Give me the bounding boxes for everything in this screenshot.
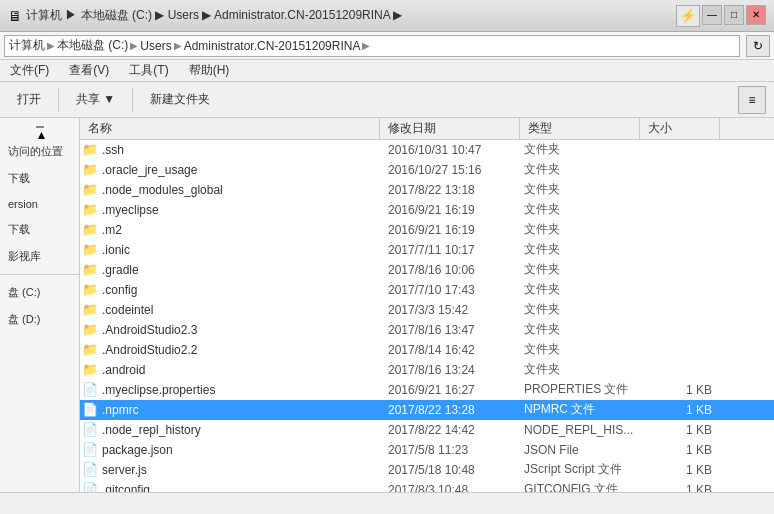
col-header-date[interactable]: 修改日期 bbox=[380, 118, 520, 139]
sidebar-item-download2[interactable]: 下载 bbox=[0, 216, 79, 243]
file-icon: 📁 bbox=[80, 240, 100, 260]
file-icon: 📄 bbox=[80, 380, 100, 400]
file-icon: 📄 bbox=[80, 440, 100, 460]
table-row[interactable]: 📄 .node_repl_history 2017/8/22 14:42 NOD… bbox=[80, 420, 774, 440]
col-header-name[interactable]: 名称 bbox=[80, 118, 380, 139]
file-type: 文件夹 bbox=[520, 141, 640, 158]
file-name: .AndroidStudio2.3 bbox=[100, 323, 380, 337]
file-date: 2016/9/21 16:27 bbox=[380, 383, 520, 397]
file-date: 2016/9/21 16:19 bbox=[380, 223, 520, 237]
path-pc: 计算机 bbox=[9, 37, 45, 54]
sidebar-item-media[interactable]: 影视库 bbox=[0, 243, 79, 270]
file-date: 2017/8/14 16:42 bbox=[380, 343, 520, 357]
table-row[interactable]: 📁 .ionic 2017/7/11 10:17 文件夹 bbox=[80, 240, 774, 260]
file-type: NODE_REPL_HIS... bbox=[520, 423, 640, 437]
file-name: .ionic bbox=[100, 243, 380, 257]
file-icon: 📄 bbox=[80, 460, 100, 480]
file-type: NPMRC 文件 bbox=[520, 401, 640, 418]
file-type: 文件夹 bbox=[520, 361, 640, 378]
file-type: 文件夹 bbox=[520, 201, 640, 218]
share-button[interactable]: 共享 ▼ bbox=[67, 86, 124, 114]
file-name: .gitconfig bbox=[100, 483, 380, 493]
minimize-button[interactable]: — bbox=[702, 5, 722, 25]
table-row[interactable]: 📁 .gradle 2017/8/16 10:06 文件夹 bbox=[80, 260, 774, 280]
table-row[interactable]: 📁 .AndroidStudio2.3 2017/8/16 13:47 文件夹 bbox=[80, 320, 774, 340]
file-icon: 📁 bbox=[80, 320, 100, 340]
new-folder-button[interactable]: 新建文件夹 bbox=[141, 86, 219, 114]
file-name: .myeclipse.properties bbox=[100, 383, 380, 397]
menu-file[interactable]: 文件(F) bbox=[4, 60, 55, 81]
file-icon: 📁 bbox=[80, 200, 100, 220]
scroll-up[interactable]: ▲ bbox=[36, 126, 44, 134]
table-row[interactable]: 📁 .android 2017/8/16 13:24 文件夹 bbox=[80, 360, 774, 380]
path-c: 本地磁盘 (C:) bbox=[57, 37, 128, 54]
file-date: 2016/10/27 15:16 bbox=[380, 163, 520, 177]
col-header-size[interactable]: 大小 bbox=[640, 118, 720, 139]
file-list: 📁 .ssh 2016/10/31 10:47 文件夹 📁 .oracle_jr… bbox=[80, 140, 774, 492]
sidebar-divider bbox=[0, 274, 79, 275]
maximize-button[interactable]: □ bbox=[724, 5, 744, 25]
sidebar: ▲ 访问的位置 下载 ersion 下载 影视库 盘 (C:) 盘 (D:) bbox=[0, 118, 80, 492]
file-type: 文件夹 bbox=[520, 261, 640, 278]
table-row[interactable]: 📁 .AndroidStudio2.2 2017/8/14 16:42 文件夹 bbox=[80, 340, 774, 360]
sidebar-item-download[interactable]: 下载 bbox=[0, 165, 79, 192]
file-date: 2017/8/16 10:06 bbox=[380, 263, 520, 277]
table-row[interactable]: 📁 .ssh 2016/10/31 10:47 文件夹 bbox=[80, 140, 774, 160]
open-button[interactable]: 打开 bbox=[8, 86, 50, 114]
file-type: 文件夹 bbox=[520, 221, 640, 238]
file-type: 文件夹 bbox=[520, 321, 640, 338]
table-row[interactable]: 📄 .myeclipse.properties 2016/9/21 16:27 … bbox=[80, 380, 774, 400]
file-type: 文件夹 bbox=[520, 341, 640, 358]
view-button[interactable]: ≡ bbox=[738, 86, 766, 114]
toolbar-sep-2 bbox=[132, 88, 133, 112]
address-path[interactable]: 计算机 ▶ 本地磁盘 (C:) ▶ Users ▶ Administrator.… bbox=[4, 35, 740, 57]
title-path: 计算机 ▶ 本地磁盘 (C:) ▶ Users ▶ Administrator.… bbox=[26, 7, 672, 24]
table-row[interactable]: 📄 .gitconfig 2017/8/3 10:48 GITCONFIG 文件… bbox=[80, 480, 774, 492]
table-row[interactable]: 📁 .codeintel 2017/3/3 15:42 文件夹 bbox=[80, 300, 774, 320]
table-row[interactable]: 📄 .npmrc 2017/8/22 13:28 NPMRC 文件 1 KB bbox=[80, 400, 774, 420]
table-row[interactable]: 📁 .oracle_jre_usage 2016/10/27 15:16 文件夹 bbox=[80, 160, 774, 180]
sidebar-item-version[interactable]: ersion bbox=[0, 192, 79, 216]
menu-view[interactable]: 查看(V) bbox=[63, 60, 115, 81]
file-list-area: 名称 修改日期 类型 大小 📁 .ssh 2016/10/31 10:47 文件… bbox=[80, 118, 774, 492]
path-arrow-4: ▶ bbox=[362, 40, 370, 51]
file-name: .android bbox=[100, 363, 380, 377]
sidebar-item-favorites[interactable]: 访问的位置 bbox=[0, 138, 79, 165]
table-row[interactable]: 📁 .m2 2016/9/21 16:19 文件夹 bbox=[80, 220, 774, 240]
refresh-button[interactable]: ⚡ bbox=[676, 5, 700, 27]
table-row[interactable]: 📁 .node_modules_global 2017/8/22 13:18 文… bbox=[80, 180, 774, 200]
col-header-type[interactable]: 类型 bbox=[520, 118, 640, 139]
file-icon: 📁 bbox=[80, 220, 100, 240]
file-icon: 📁 bbox=[80, 260, 100, 280]
table-row[interactable]: 📁 .config 2017/7/10 17:43 文件夹 bbox=[80, 280, 774, 300]
status-bar bbox=[0, 492, 774, 514]
file-date: 2017/8/16 13:47 bbox=[380, 323, 520, 337]
file-name: server.js bbox=[100, 463, 380, 477]
file-type: 文件夹 bbox=[520, 241, 640, 258]
title-icon: 🖥 bbox=[8, 8, 22, 24]
path-users: Users bbox=[140, 39, 171, 53]
sidebar-item-d-drive[interactable]: 盘 (D:) bbox=[0, 306, 79, 333]
file-icon: 📁 bbox=[80, 140, 100, 160]
file-date: 2017/7/10 17:43 bbox=[380, 283, 520, 297]
address-refresh-button[interactable]: ↻ bbox=[746, 35, 770, 57]
file-date: 2017/8/22 13:28 bbox=[380, 403, 520, 417]
menu-tools[interactable]: 工具(T) bbox=[123, 60, 174, 81]
file-icon: 📁 bbox=[80, 180, 100, 200]
menu-help[interactable]: 帮助(H) bbox=[183, 60, 236, 81]
file-type: JSON File bbox=[520, 443, 640, 457]
file-icon: 📄 bbox=[80, 480, 100, 493]
sidebar-item-c-drive[interactable]: 盘 (C:) bbox=[0, 279, 79, 306]
file-date: 2017/3/3 15:42 bbox=[380, 303, 520, 317]
file-icon: 📁 bbox=[80, 300, 100, 320]
address-bar: 计算机 ▶ 本地磁盘 (C:) ▶ Users ▶ Administrator.… bbox=[0, 32, 774, 60]
table-row[interactable]: 📁 .myeclipse 2016/9/21 16:19 文件夹 bbox=[80, 200, 774, 220]
file-type: GITCONFIG 文件 bbox=[520, 481, 640, 492]
table-row[interactable]: 📄 server.js 2017/5/18 10:48 JScript Scri… bbox=[80, 460, 774, 480]
file-name: package.json bbox=[100, 443, 380, 457]
file-icon: 📄 bbox=[80, 400, 100, 420]
file-size: 1 KB bbox=[640, 383, 720, 397]
close-button[interactable]: ✕ bbox=[746, 5, 766, 25]
path-arrow-1: ▶ bbox=[47, 40, 55, 51]
table-row[interactable]: 📄 package.json 2017/5/8 11:23 JSON File … bbox=[80, 440, 774, 460]
